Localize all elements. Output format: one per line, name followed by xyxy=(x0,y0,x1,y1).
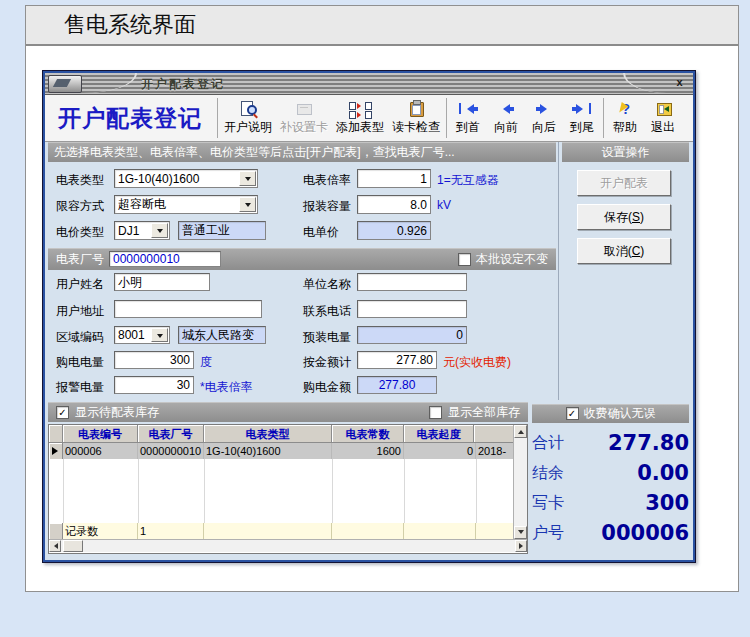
titlebar-swoosh-right xyxy=(623,73,667,93)
clipboard-icon xyxy=(408,101,425,117)
keep-batch-checkbox[interactable] xyxy=(458,253,471,266)
address-input[interactable] xyxy=(114,300,262,318)
cancel-button[interactable]: 取消(C) xyxy=(577,238,671,264)
purchase-qty-label: 购电电量 xyxy=(56,354,104,371)
first-record-icon xyxy=(458,101,478,117)
area-code-select[interactable]: 8001 xyxy=(114,326,170,344)
chevron-down-icon[interactable] xyxy=(239,171,256,186)
titlebar-swoosh-left xyxy=(83,73,137,93)
phone-label: 联系电话 xyxy=(303,303,351,320)
fee-confirm-bar: ✓ 收费确认无误 xyxy=(532,404,689,423)
scroll-up-icon[interactable] xyxy=(514,425,527,438)
address-label: 用户地址 xyxy=(56,303,104,320)
toolbar-button-last[interactable]: 到尾 xyxy=(563,95,601,141)
page-header: 售电系统界面 xyxy=(26,6,738,46)
limit-mode-select[interactable]: 超容断电 xyxy=(114,195,258,214)
dialog-titlebar[interactable]: 开户配表登记 x xyxy=(45,73,693,95)
save-button[interactable]: 保存(S) xyxy=(577,204,671,230)
keep-batch-label: 本批设定不变 xyxy=(476,251,548,268)
org-name-input[interactable] xyxy=(357,273,467,291)
purchase-amount-field: 277.80 xyxy=(357,376,437,394)
meter-ratio-input[interactable]: 1 xyxy=(357,169,431,188)
last-record-icon xyxy=(572,101,592,117)
scroll-left-icon[interactable] xyxy=(49,540,61,552)
table-row[interactable]: 000006 0000000010 1G-10(40)1600 1600 0 2… xyxy=(49,443,513,459)
fee-total-row: 合计 277.80 xyxy=(532,430,689,456)
scroll-down-icon[interactable] xyxy=(514,526,527,539)
meter-ratio-hint: 1=无互感器 xyxy=(437,172,499,189)
document-magnifier-icon xyxy=(240,101,257,117)
toolbar-button-prev[interactable]: 向前 xyxy=(487,95,525,141)
open-meter-button: 开户配表 xyxy=(577,170,671,196)
toolbar-button-next[interactable]: 向后 xyxy=(525,95,563,141)
show-all-checkbox[interactable] xyxy=(429,406,442,419)
window-title: 开户配表登记 xyxy=(141,76,225,93)
user-name-label: 用户姓名 xyxy=(56,276,104,293)
help-icon: ? xyxy=(617,101,634,117)
install-capacity-unit: kV xyxy=(437,198,451,212)
pages-arrow-icon xyxy=(352,101,369,117)
partial-header-cell xyxy=(474,425,513,443)
next-record-icon xyxy=(536,101,552,117)
toolbar-button-help[interactable]: ? 帮助 xyxy=(606,95,644,141)
toolbar-button-card-check[interactable]: 读卡检查 xyxy=(388,95,444,141)
exit-icon xyxy=(655,101,672,117)
prev-record-icon xyxy=(498,101,514,117)
toolbar-button-exit[interactable]: 退出 xyxy=(644,95,682,141)
price-type-name-field: 普通工业 xyxy=(178,221,266,240)
record-count-label: 记录数 xyxy=(63,523,138,539)
table-hscrollbar[interactable] xyxy=(49,539,527,552)
fee-balance-row: 结余 0.00 xyxy=(532,460,689,486)
record-count-value: 1 xyxy=(138,523,204,539)
dialog-window: 开户配表登记 x 开户配表登记 开户说明 补设置卡 xyxy=(42,70,696,563)
stock-bar: ✓ 显示待配表库存 显示全部库存 xyxy=(48,402,528,422)
chevron-down-icon[interactable] xyxy=(151,223,168,238)
factory-no-label: 电表厂号 xyxy=(56,251,104,268)
user-name-input[interactable]: 小明 xyxy=(114,273,210,291)
hscroll-thumb[interactable] xyxy=(63,540,83,552)
meter-type-select[interactable]: 1G-10(40)1600 xyxy=(114,169,258,188)
table-vscrollbar[interactable] xyxy=(513,425,527,539)
phone-input[interactable] xyxy=(357,300,467,318)
alarm-qty-label: 报警电量 xyxy=(56,379,104,396)
toolbar-separator xyxy=(603,98,604,138)
table-footer-row: 记录数 1 xyxy=(49,523,513,539)
price-type-label: 电价类型 xyxy=(56,224,104,241)
factory-no-input[interactable]: 0000000010 xyxy=(109,251,221,267)
meter-ratio-label: 电表倍率 xyxy=(303,172,351,189)
alarm-qty-input[interactable]: 30 xyxy=(114,376,194,394)
screen: 售电系统界面 开户配表登记 x 开户配表登记 开户说明 xyxy=(0,0,750,637)
purchase-qty-input[interactable]: 300 xyxy=(114,351,194,369)
org-name-label: 单位名称 xyxy=(303,276,351,293)
show-pending-checkbox[interactable]: ✓ xyxy=(56,406,69,419)
toolbar: 开户配表登记 开户说明 补设置卡 添加表型 xyxy=(45,95,693,142)
area-name-field: 城东人民路变 xyxy=(178,326,266,344)
chevron-down-icon[interactable] xyxy=(239,197,256,212)
fee-writecard-row: 写卡 300 xyxy=(532,490,689,516)
meter-stock-table: 电表编号 电表厂号 电表类型 电表常数 电表起度 000006 xyxy=(48,424,528,554)
info-bar: 先选择电表类型、电表倍率、电价类型等后点击[开户配表]，查找电表厂号... xyxy=(48,142,556,162)
purchase-qty-unit: 度 xyxy=(200,354,212,371)
toolbar-separator xyxy=(446,98,447,138)
alarm-qty-hint: *电表倍率 xyxy=(200,379,253,396)
by-amount-label: 按金额计 xyxy=(303,354,351,371)
page-title: 售电系统界面 xyxy=(64,10,196,40)
meter-type-label: 电表类型 xyxy=(56,172,104,189)
fee-account-row: 户号 000006 xyxy=(532,520,689,546)
fee-confirm-checkbox[interactable]: ✓ xyxy=(566,407,579,420)
toolbar-button-add-meter-type[interactable]: 添加表型 xyxy=(332,95,388,141)
price-type-select[interactable]: DJ1 xyxy=(114,221,170,240)
unit-price-label: 电单价 xyxy=(303,224,339,241)
toolbar-button-open-help[interactable]: 开户说明 xyxy=(220,95,276,141)
factory-no-bar: 电表厂号 0000000010 本批设定不变 xyxy=(48,248,556,270)
toolbar-button-first[interactable]: 到首 xyxy=(449,95,487,141)
preload-qty-field: 0 xyxy=(357,326,467,344)
current-row-marker xyxy=(49,443,63,459)
unit-price-field: 0.926 xyxy=(357,221,431,240)
fee-confirm-label: 收费确认无误 xyxy=(584,405,656,422)
scroll-right-icon[interactable] xyxy=(515,540,527,552)
close-button[interactable]: x xyxy=(672,75,687,90)
chevron-down-icon[interactable] xyxy=(151,328,168,342)
install-capacity-input[interactable]: 8.0 xyxy=(357,195,431,214)
by-amount-input[interactable]: 277.80 xyxy=(357,351,437,369)
